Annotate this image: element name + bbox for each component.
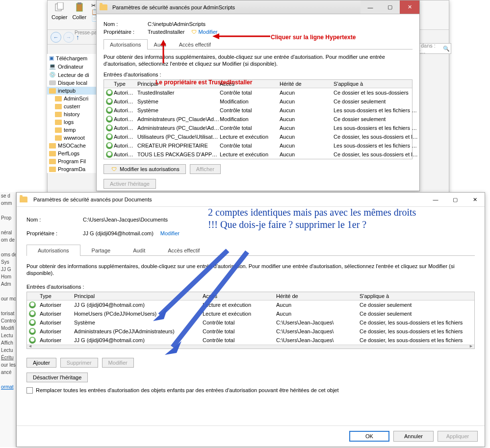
svg-rect-3	[77, 2, 81, 4]
col-apply[interactable]: S'applique à	[360, 293, 472, 299]
owner-value: JJ G (djidji094@hotmail.com)	[83, 230, 154, 236]
svg-rect-2	[77, 3, 82, 11]
enable-inheritance-button[interactable]: Activer l'héritage	[103, 179, 156, 189]
table-row[interactable]: Autori…CREATEUR PROPRIETAIREContrôle tot…	[104, 141, 412, 150]
tree-item[interactable]: logs	[47, 118, 96, 126]
tab-effective[interactable]: Accès effectif	[173, 39, 217, 50]
close-button[interactable]: ✕	[465, 193, 485, 206]
advanced-security-dialog-2: Paramètres de sécurité avancés pour Docu…	[16, 192, 485, 447]
svg-marker-7	[160, 40, 166, 46]
cut-icon[interactable]: ✂	[91, 2, 96, 9]
maximize-button[interactable]: ▢	[380, 0, 400, 14]
modify-owner-link[interactable]: Modifier	[160, 230, 180, 236]
user-icon	[29, 301, 36, 308]
replace-children-checkbox[interactable]	[26, 387, 33, 394]
name-label: Nom :	[103, 21, 148, 27]
user-icon	[106, 107, 113, 114]
ribbon-coller[interactable]: Coller	[72, 2, 86, 20]
ok-button[interactable]: OK	[349, 431, 389, 442]
tree-item[interactable]: 💻Ordinateur	[47, 62, 96, 71]
arrow-icon	[159, 249, 257, 362]
name-value: C:\inetpub\AdminScripts	[148, 21, 206, 27]
owner-label: Propriétaire :	[103, 29, 148, 35]
tree-item[interactable]: temp	[47, 126, 96, 134]
apply-button[interactable]: Appliquer	[438, 431, 478, 442]
table-row[interactable]: Autori…TOUS LES PACKAGES D'APPLICA…Lectu…	[104, 150, 412, 159]
replace-children-label: Remplacer toutes les entrées d'autorisat…	[36, 387, 339, 393]
minimize-button[interactable]: —	[426, 193, 445, 206]
tree-item[interactable]: history	[47, 110, 96, 118]
user-icon	[29, 310, 36, 317]
tree-item[interactable]: PerfLogs	[47, 149, 96, 157]
search-icon: 🔍	[443, 46, 450, 52]
name-label: Nom :	[26, 217, 83, 223]
cancel-button[interactable]: Annuler	[393, 431, 434, 442]
maximize-button[interactable]: ▢	[445, 193, 465, 206]
tree-item[interactable]: 💿Lecteur de di	[47, 71, 96, 79]
user-icon	[29, 319, 36, 326]
shield-icon: 🛡	[191, 29, 197, 35]
name-value: C:\Users\Jean-Jacques\Documents	[83, 217, 168, 223]
explorer-tree: ▣Téléchargem 💻Ordinateur 💿Lecteur de di …	[47, 54, 96, 173]
user-icon	[106, 151, 113, 158]
tree-item[interactable]: ▣Téléchargem	[47, 54, 96, 62]
modify-permissions-button[interactable]: 🛡 Modifier les autorisations	[103, 164, 186, 174]
user-icon	[106, 98, 113, 105]
tree-item[interactable]: Program Fil	[47, 157, 96, 165]
table-row[interactable]: Autori…TrustedInstallerContrôle totalAuc…	[104, 88, 412, 97]
arrow-icon	[159, 40, 167, 64]
user-icon	[29, 337, 36, 344]
ribbon-copier[interactable]: Copier	[52, 2, 67, 20]
tree-item[interactable]: wwwroot	[47, 134, 96, 142]
add-button[interactable]: Ajouter	[26, 358, 56, 368]
advanced-security-dialog-1: Paramètres de sécurité avancés pour Admi…	[96, 0, 420, 191]
svg-rect-1	[57, 2, 63, 9]
owner-value: TrustedInstaller	[148, 29, 184, 35]
window-title: Paramètres de sécurité avancés pour Docu…	[33, 197, 152, 202]
col-apply[interactable]: S'applique à	[334, 81, 418, 87]
minimize-button[interactable]: —	[361, 0, 380, 14]
tree-item[interactable]: custerr	[47, 102, 96, 110]
annotation-owner: Le propriétaire est TrustedInstaller	[155, 79, 252, 86]
show-button[interactable]: Afficher	[190, 164, 221, 174]
table-row[interactable]: Autori…SystèmeContrôle totalAucunLes sou…	[104, 106, 412, 115]
close-button[interactable]: ✕	[400, 0, 419, 14]
tree-item[interactable]: MSOCache	[47, 142, 96, 149]
table-row[interactable]: Autori…Administrateurs (PC_Claude\Ad…Con…	[104, 124, 412, 132]
annotation-click: Cliquer sur la ligne Hypertexte	[271, 34, 356, 41]
shield-icon: 🛡	[111, 166, 117, 172]
col-inherit[interactable]: Hérité de	[280, 81, 334, 87]
nav-back-button[interactable]: ←	[51, 32, 61, 43]
col-inherit[interactable]: Hérité de	[276, 293, 360, 299]
user-icon	[106, 116, 113, 123]
table-row[interactable]: Autori…SystèmeModificationAucunCe dossie…	[104, 97, 412, 106]
table-row[interactable]: Autori…Utilisateurs (PC_Claude\Utilisate…	[104, 132, 412, 141]
entries-label: Entrées d'autorisations :	[103, 72, 413, 77]
annotation-question: 2 comptes identiques mais pas avec les m…	[208, 206, 424, 231]
disable-inheritance-button[interactable]: Désactiver l'héritage	[26, 373, 88, 382]
tab-permissions[interactable]: Autorisations	[26, 245, 80, 256]
col-type[interactable]: Type	[40, 293, 74, 299]
window-title: Paramètres de sécurité avancés pour Admi…	[112, 4, 235, 10]
nav-forward-button[interactable]: →	[63, 32, 74, 43]
folder-icon	[100, 4, 107, 10]
background-panel: se domm Prop néral om de oms de SysJJ GH…	[0, 192, 16, 447]
tree-item[interactable]: Disque local	[47, 79, 96, 87]
tree-item[interactable]: AdminScri	[47, 95, 96, 102]
tab-permissions[interactable]: Autorisations	[103, 39, 148, 50]
user-icon	[106, 133, 113, 140]
modify-button[interactable]: Modifier	[102, 358, 134, 368]
remove-button[interactable]: Supprimer	[60, 358, 98, 368]
table-row[interactable]: Autori…Administrateurs (PC_Claude\Ad…Mod…	[104, 115, 412, 124]
help-note: Pour obtenir des informations supplément…	[103, 53, 413, 68]
svg-marker-5	[212, 33, 219, 39]
folder-icon	[20, 197, 27, 202]
svg-line-11	[173, 252, 247, 347]
tree-item[interactable]: ProgramDa	[47, 165, 96, 173]
permissions-list: Type Principal Accès Hérité de S'appliqu…	[103, 79, 413, 159]
owner-label: Propriétaire :	[26, 230, 83, 236]
user-icon	[29, 328, 36, 335]
col-type[interactable]: Type	[114, 81, 137, 87]
tree-item[interactable]: inetpub	[47, 87, 96, 95]
tab-share[interactable]: Partage	[80, 245, 122, 256]
